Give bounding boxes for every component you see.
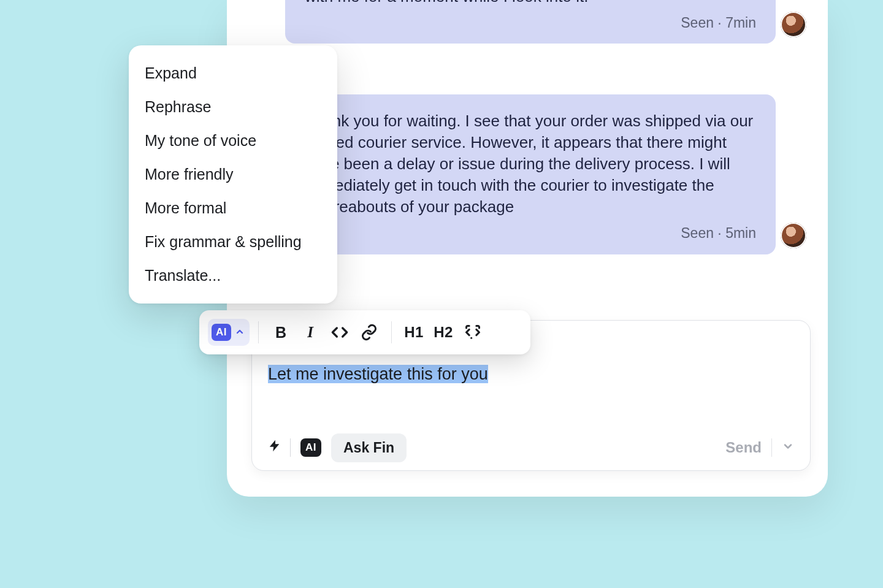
h2-button[interactable]: H2 [430,319,457,346]
divider [258,321,259,343]
divider [771,438,772,457]
message-bubble: delivered yet. I'll do my best to resolv… [285,0,776,44]
code-button[interactable] [326,319,353,346]
message-row: Thank you for waiting. I see that your o… [285,94,776,254]
message-body: Thank you for waiting. I see that your o… [305,110,756,218]
message-time: 5min [725,225,756,241]
code-block-icon [464,324,481,341]
composer-input[interactable]: Let me investigate this for you [268,365,488,384]
chevron-up-icon [235,327,245,338]
h1-button[interactable]: H1 [400,319,427,346]
message-row: delivered yet. I'll do my best to resolv… [285,0,776,44]
message-body: delivered yet. I'll do my best to resolv… [305,0,756,7]
message-meta: Seen · 7min [305,13,756,32]
send-button[interactable]: Send [725,439,762,456]
ai-menu-formal[interactable]: More formal [129,191,337,225]
ai-tools-button[interactable]: AI [208,319,250,346]
message-meta: Seen · 5min [305,224,756,243]
message-status: Seen [681,225,714,241]
message-time: 7min [725,15,756,31]
message-status: Seen [681,15,714,31]
ai-badge-icon: AI [212,324,231,341]
message-bubble: Thank you for waiting. I see that your o… [285,94,776,254]
ai-menu-tone[interactable]: My tone of voice [129,124,337,158]
lightning-icon[interactable] [268,438,281,458]
ai-tools-menu: Expand Rephrase My tone of voice More fr… [129,45,337,304]
composer-bottom-bar: AI Ask Fin Send [252,425,810,470]
ai-menu-grammar[interactable]: Fix grammar & spelling [129,225,337,259]
ai-menu-rephrase[interactable]: Rephrase [129,90,337,124]
divider [290,438,291,457]
ask-fin-button[interactable]: Ask Fin [331,433,407,462]
bold-button[interactable]: B [267,319,294,346]
ai-compose-button[interactable]: AI [300,438,321,457]
composer-selected-text: Let me investigate this for you [268,365,488,383]
ai-menu-translate[interactable]: Translate... [129,259,337,292]
divider [391,321,392,343]
ai-menu-friendly[interactable]: More friendly [129,158,337,191]
italic-button[interactable]: I [297,319,324,346]
code-icon [331,324,348,341]
chevron-down-icon[interactable] [782,440,794,456]
meta-separator: · [714,15,725,31]
link-button[interactable] [356,319,383,346]
ai-menu-expand[interactable]: Expand [129,56,337,90]
link-icon [361,324,378,341]
meta-separator: · [714,225,725,241]
avatar[interactable] [781,12,806,37]
send-group: Send [725,438,794,457]
svg-rect-1 [467,326,480,339]
formatting-toolbar: AI B I H1 H2 [199,310,530,354]
avatar[interactable] [781,223,806,248]
code-block-button[interactable] [459,319,486,346]
